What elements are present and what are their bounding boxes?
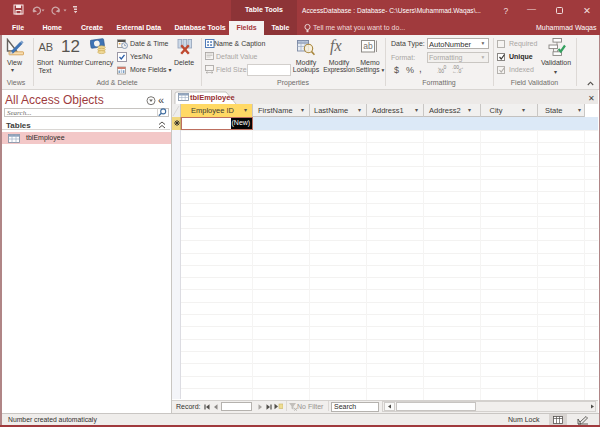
svg-text:ab: ab [363, 41, 373, 51]
